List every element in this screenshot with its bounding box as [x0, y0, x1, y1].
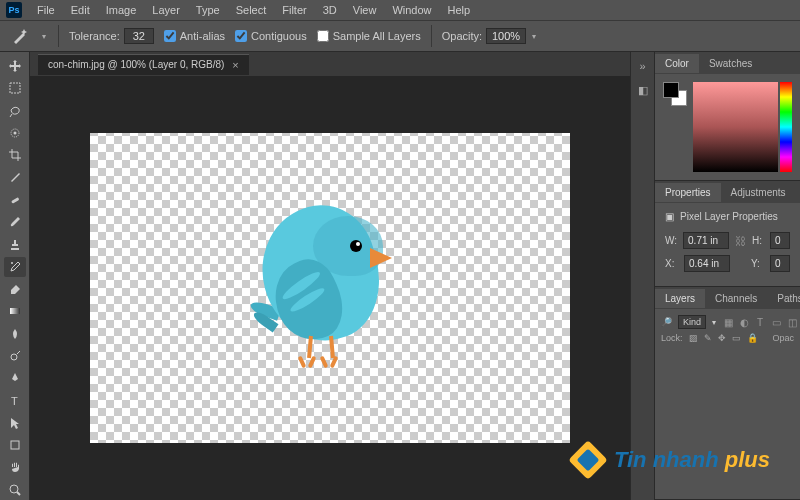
menu-type[interactable]: Type [189, 2, 227, 18]
height-label: H: [752, 235, 764, 246]
history-brush-tool[interactable] [4, 257, 26, 277]
svg-point-9 [10, 485, 18, 493]
color-panel-body [655, 74, 800, 180]
contiguous-checkbox[interactable]: Contiguous [235, 30, 307, 42]
layer-filters: ▦ ◐ T ▭ ◫ [722, 316, 798, 328]
filter-smart-icon[interactable]: ◫ [786, 316, 798, 328]
filter-pixel-icon[interactable]: ▦ [722, 316, 734, 328]
magic-wand-icon[interactable] [10, 26, 30, 46]
marquee-tool[interactable] [4, 78, 26, 98]
lock-position-icon[interactable]: ✥ [718, 333, 726, 343]
close-icon[interactable]: × [232, 59, 238, 71]
filter-shape-icon[interactable]: ▭ [770, 316, 782, 328]
svg-rect-0 [10, 83, 20, 93]
kind-filter[interactable]: Kind [678, 315, 706, 329]
lock-artboard-icon[interactable]: ▭ [732, 333, 741, 343]
menu-help[interactable]: Help [441, 2, 478, 18]
crop-tool[interactable] [4, 145, 26, 165]
sample-all-checkbox[interactable]: Sample All Layers [317, 30, 421, 42]
type-tool[interactable]: T [4, 390, 26, 410]
move-tool[interactable] [4, 56, 26, 76]
chevron-down-icon[interactable]: ▾ [712, 318, 716, 327]
tolerance-input[interactable] [124, 28, 154, 44]
menubar: Ps File Edit Image Layer Type Select Fil… [0, 0, 800, 20]
menu-3d[interactable]: 3D [316, 2, 344, 18]
lasso-tool[interactable] [4, 101, 26, 121]
tab-layers[interactable]: Layers [655, 289, 705, 308]
quick-select-tool[interactable] [4, 123, 26, 143]
document-area: con-chim.jpg @ 100% (Layer 0, RGB/8) × [30, 52, 630, 500]
properties-panel-tabs: Properties Adjustments [655, 181, 800, 203]
tab-swatches[interactable]: Swatches [699, 54, 762, 73]
shape-tool[interactable] [4, 435, 26, 455]
anti-alias-label: Anti-alias [180, 30, 225, 42]
tab-paths[interactable]: Paths [767, 289, 800, 308]
tolerance-field: Tolerance: [69, 28, 154, 44]
opacity-input[interactable] [486, 28, 526, 44]
zoom-tool[interactable] [4, 480, 26, 500]
lock-brush-icon[interactable]: ✎ [704, 333, 712, 343]
document-tabbar: con-chim.jpg @ 100% (Layer 0, RGB/8) × [30, 52, 630, 76]
color-picker-field[interactable] [693, 82, 778, 172]
lock-label: Lock: [661, 333, 683, 343]
tab-properties[interactable]: Properties [655, 183, 721, 202]
eyedropper-tool[interactable] [4, 167, 26, 187]
filter-type-icon[interactable]: T [754, 316, 766, 328]
canvas-viewport[interactable] [30, 76, 630, 500]
menu-window[interactable]: Window [385, 2, 438, 18]
x-input[interactable] [684, 255, 730, 272]
menu-select[interactable]: Select [229, 2, 274, 18]
blur-tool[interactable] [4, 324, 26, 344]
foreground-background-swatch[interactable] [663, 82, 687, 106]
menu-file[interactable]: File [30, 2, 62, 18]
eraser-tool[interactable] [4, 279, 26, 299]
contiguous-input[interactable] [235, 30, 247, 42]
menu-image[interactable]: Image [99, 2, 144, 18]
menu-edit[interactable]: Edit [64, 2, 97, 18]
dodge-tool[interactable] [4, 346, 26, 366]
lock-all-icon[interactable]: 🔒 [747, 333, 758, 343]
document-tab[interactable]: con-chim.jpg @ 100% (Layer 0, RGB/8) × [38, 54, 249, 75]
stamp-tool[interactable] [4, 234, 26, 254]
color-panel-tabs: Color Swatches [655, 52, 800, 74]
menu-view[interactable]: View [346, 2, 384, 18]
height-input[interactable] [770, 232, 790, 249]
menu-filter[interactable]: Filter [275, 2, 313, 18]
gradient-tool[interactable] [4, 301, 26, 321]
healing-tool[interactable] [4, 190, 26, 210]
pixel-layer-heading: ▣ Pixel Layer Properties [665, 211, 790, 222]
lock-transparency-icon[interactable]: ▨ [689, 333, 698, 343]
canvas[interactable] [90, 133, 570, 443]
svg-rect-3 [11, 197, 19, 204]
tab-channels[interactable]: Channels [705, 289, 767, 308]
menu-layer[interactable]: Layer [145, 2, 187, 18]
opacity-dropdown[interactable]: ▾ [530, 32, 538, 41]
panel-stack: Color Swatches Pro [654, 52, 800, 500]
brush-tool[interactable] [4, 212, 26, 232]
svg-point-2 [13, 132, 16, 135]
foreground-color[interactable] [663, 82, 679, 98]
tool-preset-dropdown[interactable]: ▾ [40, 32, 48, 41]
tab-adjustments[interactable]: Adjustments [721, 183, 796, 202]
y-input[interactable] [770, 255, 790, 272]
properties-body: ▣ Pixel Layer Properties W: ⛓ H: X: [655, 203, 800, 286]
filter-adjust-icon[interactable]: ◐ [738, 316, 750, 328]
pixel-layer-label: Pixel Layer Properties [680, 211, 778, 222]
pen-tool[interactable] [4, 368, 26, 388]
expand-icon[interactable]: » [635, 58, 651, 74]
search-icon[interactable]: 🔎 [661, 317, 672, 327]
hue-slider[interactable] [780, 82, 792, 172]
panel-icon[interactable]: ◧ [635, 82, 651, 98]
sample-all-input[interactable] [317, 30, 329, 42]
opacity-field: Opacity: ▾ [442, 28, 538, 44]
anti-alias-checkbox[interactable]: Anti-alias [164, 30, 225, 42]
link-icon[interactable]: ⛓ [735, 235, 746, 247]
width-input[interactable] [683, 232, 729, 249]
anti-alias-input[interactable] [164, 30, 176, 42]
hand-tool[interactable] [4, 457, 26, 477]
right-panels: » ◧ Color Swatches [630, 52, 800, 500]
path-select-tool[interactable] [4, 413, 26, 433]
tab-color[interactable]: Color [655, 54, 699, 73]
separator [431, 25, 432, 47]
opacity-mini-label: Opac [772, 333, 794, 343]
